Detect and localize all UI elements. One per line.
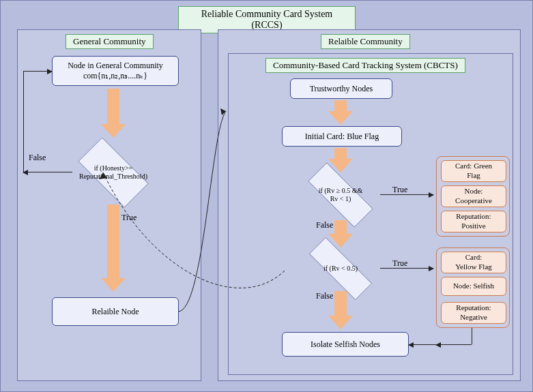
reliable-community-title: Relaible Community [321, 34, 410, 49]
yellow-to-isolate-arrow [409, 344, 436, 345]
false-line-v [23, 71, 24, 172]
rv-decision-2: if (Rv < 0.5) [300, 247, 381, 290]
yellow-to-isolate-h [436, 344, 472, 345]
dec2-true-arrow [380, 268, 433, 269]
dec1-true-label: True [392, 185, 407, 195]
rv-decision-1: if (Rv ≥ 0.5 && Rv < 1) [300, 171, 381, 219]
dec2-true-label: True [392, 258, 407, 269]
svg-marker-0 [220, 108, 226, 115]
false-line-h1 [23, 172, 72, 172]
yellow-node-box: Node: Selfish [441, 277, 506, 296]
cbcts-back-to-general-arrow [76, 137, 287, 301]
isolate-selfish-box: Isolate Selfish Nodes [282, 332, 409, 357]
arrow-initial-to-dec1 [332, 148, 349, 160]
green-card-box: Card: Green Flag [441, 160, 506, 182]
node-general-community-box: Node in General Community com{n₁,n₂,n₃..… [52, 56, 179, 86]
arrow-dec2-to-isolate [332, 291, 349, 317]
reliable-node-box: Relaible Node [52, 297, 179, 326]
yellow-card-box: Card: Yellow Flag [441, 252, 506, 273]
green-node-box: Node: Cooperative [441, 185, 506, 207]
rv-decision-1-text: if (Rv ≥ 0.5 && Rv < 1) [300, 171, 381, 219]
arrow-dec1-to-dec2 [332, 220, 349, 235]
green-outcome-group: Card: Green Flag Node: Cooperative Reput… [436, 156, 510, 237]
yellow-outcome-group: Card: Yellow Flag Node: Selfish Reputati… [436, 247, 510, 328]
arrow-trust-to-initial [332, 100, 349, 112]
false-line-h2 [23, 71, 52, 72]
false-label-left: False [29, 153, 46, 163]
initial-card-box: Initial Card: Blue Flag [282, 126, 402, 147]
yellow-rep-box: Reputation: Negative [441, 302, 506, 324]
cbcts-title: Community-Based Card Tracking System (CB… [265, 58, 465, 73]
yellow-to-isolate-v [472, 328, 472, 344]
general-community-title: General Community [66, 34, 154, 49]
green-rep-box: Reputation: Positive [441, 211, 506, 232]
rv-decision-2-text: if (Rv < 0.5) [300, 247, 381, 290]
dec1-true-arrow [380, 194, 433, 195]
diagram-canvas: Reliable Community Card System (RCCS) Ge… [0, 0, 533, 392]
dec2-false-label: False [316, 291, 333, 301]
dec1-false-label: False [316, 220, 333, 230]
arrow-to-decision [105, 89, 121, 125]
trustworthy-nodes-box: Trustworthy Nodes [290, 78, 392, 99]
